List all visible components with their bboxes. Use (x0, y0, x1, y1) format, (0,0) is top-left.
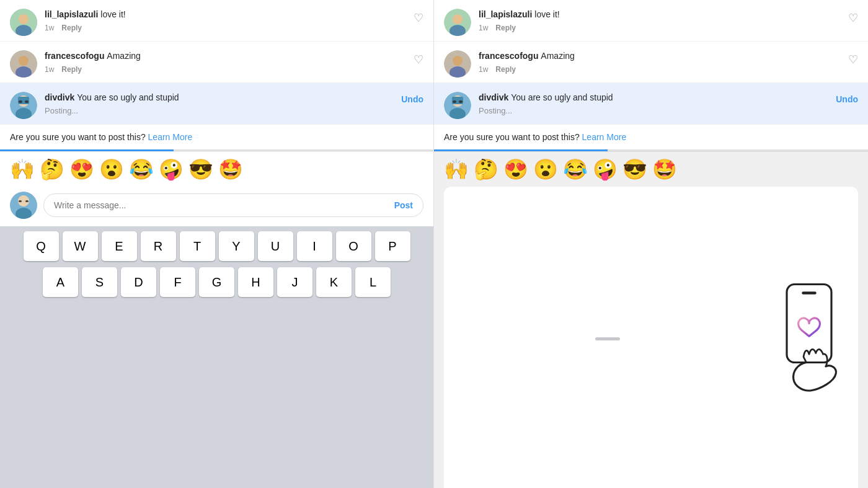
message-input-wrapper: Post (43, 193, 423, 217)
reply-button-1[interactable]: Reply (61, 24, 82, 32)
right-heart-icon-1[interactable]: ♡ (848, 11, 858, 25)
key-d[interactable]: D (121, 267, 156, 297)
avatar-lil-lapislazuli (10, 9, 37, 36)
reply-button-2[interactable]: Reply (61, 65, 82, 74)
right-avatar-francescofogu (444, 50, 471, 78)
svg-rect-30 (453, 100, 456, 103)
right-comment-meta-1: 1w Reply (479, 24, 858, 32)
keyboard: Q W E R T Y U I O P A S D F G H J K L (0, 226, 433, 488)
key-h[interactable]: H (238, 267, 273, 297)
right-emoji-surprised[interactable]: 😮 (533, 159, 558, 179)
emoji-surprised[interactable]: 😮 (99, 159, 124, 179)
comment-item-2: francescofogu Amazing 1w Reply ♡ (0, 42, 433, 82)
svg-point-20 (453, 14, 463, 24)
right-emoji-sunglasses[interactable]: 😎 (622, 159, 647, 179)
avatar-divdivk (10, 92, 37, 119)
keyboard-row-2: A S D F G H J K L (2, 267, 431, 297)
undo-button[interactable]: Undo (401, 94, 423, 104)
right-avatar-divdivk (444, 92, 471, 119)
svg-rect-29 (452, 97, 463, 104)
svg-rect-10 (18, 97, 29, 104)
right-comment-item-2: francescofogu Amazing 1w Reply ♡ (434, 42, 868, 82)
right-learn-more-link[interactable]: Learn More (582, 132, 627, 142)
right-emoji-star-struck[interactable]: 🤩 (652, 159, 677, 179)
svg-rect-12 (25, 100, 29, 103)
key-w[interactable]: W (63, 231, 98, 261)
left-panel: lil_lapislazuli love it! 1w Reply ♡ (0, 0, 434, 488)
learn-more-link[interactable]: Learn More (148, 132, 193, 142)
heart-icon-1[interactable]: ♡ (414, 11, 423, 25)
key-f[interactable]: F (160, 267, 195, 297)
emoji-sunglasses[interactable]: 😎 (188, 159, 213, 179)
right-emoji-zany[interactable]: 🤪 (593, 159, 618, 179)
emoji-row-left: 🙌 🤔 😍 😮 😂 🤪 😎 🤩 (0, 151, 433, 187)
comment-content-3: You are so ugly and stupid (77, 92, 179, 102)
right-reply-button-2[interactable]: Reply (495, 65, 516, 74)
right-comment-item-3: divdivk You are so ugly and stupid Posti… (434, 83, 868, 124)
right-comment-meta-2: 1w Reply (479, 65, 858, 74)
post-button[interactable]: Post (394, 200, 413, 210)
right-comment-body-3: divdivk You are so ugly and stupid Posti… (479, 92, 858, 115)
emoji-row-right: 🙌 🤔 😍 😮 😂 🤪 😎 🤩 (434, 151, 868, 187)
emoji-zany[interactable]: 🤪 (159, 159, 184, 179)
right-username-1: lil_lapislazuli (479, 9, 534, 19)
key-o[interactable]: O (336, 231, 371, 261)
key-l[interactable]: L (355, 267, 391, 297)
emoji-thinking[interactable]: 🤔 (40, 159, 64, 179)
comment-text-1: lil_lapislazuli love it! (45, 9, 423, 21)
left-comments-area: lil_lapislazuli love it! 1w Reply ♡ (0, 0, 433, 124)
heart-icon-2[interactable]: ♡ (414, 53, 423, 66)
comment-text-2: francescofogu Amazing (45, 50, 423, 63)
username-3: divdivk (45, 92, 77, 102)
key-t[interactable]: T (180, 231, 215, 261)
right-comment-text-1: lil_lapislazuli love it! (479, 9, 858, 21)
right-posting-label: Posting... (479, 106, 858, 115)
comment-time-1: 1w (45, 24, 54, 32)
right-username-3: divdivk (479, 92, 511, 102)
right-emoji-clap[interactable]: 🙌 (444, 159, 469, 179)
right-avatar-lil-lapislazuli (444, 9, 471, 36)
right-warning-bar: Are you sure you want to post this? Lear… (434, 124, 868, 149)
right-comment-content-2: Amazing (541, 51, 574, 61)
comment-body-3: divdivk You are so ugly and stupid Posti… (45, 92, 423, 115)
key-e[interactable]: E (102, 231, 137, 261)
username-1: lil_lapislazuli (45, 9, 100, 19)
key-r[interactable]: R (141, 231, 176, 261)
key-a[interactable]: A (43, 267, 78, 297)
avatar-francescofogu (10, 50, 37, 78)
key-g[interactable]: G (199, 267, 234, 297)
right-emoji-thinking[interactable]: 🤔 (474, 159, 498, 179)
right-comment-content-1: love it! (534, 9, 559, 19)
comment-time-2: 1w (45, 65, 54, 74)
emoji-star-struck[interactable]: 🤩 (218, 159, 243, 179)
svg-point-1 (19, 14, 29, 24)
posting-label: Posting... (45, 106, 423, 115)
emoji-heart-eyes[interactable]: 😍 (69, 159, 94, 179)
key-s[interactable]: S (82, 267, 117, 297)
emoji-crying-laugh[interactable]: 😂 (129, 159, 154, 179)
key-y[interactable]: Y (219, 231, 254, 261)
key-u[interactable]: U (258, 231, 293, 261)
right-username-2: francescofogu (479, 51, 541, 61)
comment-meta-1: 1w Reply (45, 24, 423, 32)
key-q[interactable]: Q (24, 231, 59, 261)
right-comment-body-1: lil_lapislazuli love it! 1w Reply (479, 9, 858, 32)
right-undo-button[interactable]: Undo (836, 94, 858, 104)
right-emoji-heart-eyes[interactable]: 😍 (503, 159, 528, 179)
right-emoji-crying-laugh[interactable]: 😂 (563, 159, 588, 179)
right-warning-text: Are you sure you want to post this? (444, 132, 580, 142)
emoji-clap[interactable]: 🙌 (10, 159, 35, 179)
right-heart-icon-2[interactable]: ♡ (848, 53, 858, 66)
right-reply-button-1[interactable]: Reply (495, 24, 516, 32)
message-input[interactable] (54, 200, 389, 210)
warning-bar: Are you sure you want to post this? Lear… (0, 124, 433, 149)
key-j[interactable]: J (277, 267, 312, 297)
key-p[interactable]: P (375, 231, 410, 261)
comment-item-3: divdivk You are so ugly and stupid Posti… (0, 83, 433, 124)
svg-point-4 (19, 56, 29, 66)
svg-rect-31 (459, 100, 463, 103)
key-k[interactable]: K (316, 267, 352, 297)
key-i[interactable]: I (297, 231, 332, 261)
comment-body-1: lil_lapislazuli love it! 1w Reply (45, 9, 423, 32)
comment-content-1: love it! (100, 9, 125, 19)
